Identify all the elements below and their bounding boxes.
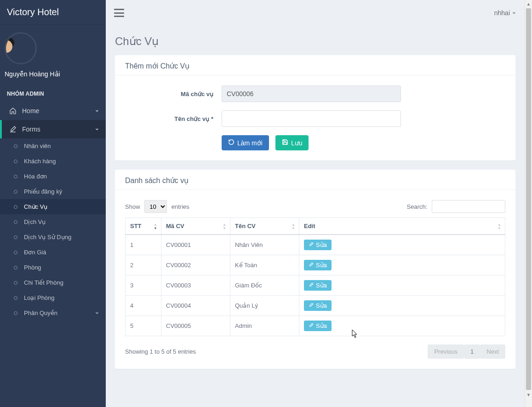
nav-label: Home (22, 107, 39, 115)
sidebar-item-label: Phân Quyền (24, 310, 57, 316)
col-edit[interactable]: Edit (299, 218, 505, 235)
sidebar-item-label: Loại Phòng (24, 294, 55, 301)
user-block: Nguyễn Hoàng Hải (0, 25, 106, 82)
edit-button[interactable]: Sửa (304, 240, 332, 250)
content: Chức Vụ Thêm mới Chức Vụ Mã chức vụ Tên … (106, 26, 525, 387)
scrollbar-vertical[interactable]: ▲ ▼ (525, 0, 532, 407)
panel-form-header: Thêm mới Chức Vụ (115, 55, 515, 75)
save-icon (282, 139, 288, 147)
cell-ten: Admin (230, 316, 299, 336)
sidebar-item-phong[interactable]: Phòng (0, 260, 106, 275)
cell-stt: 1 (126, 235, 161, 255)
pencil-icon (309, 282, 314, 289)
sidebar-item-label: Đơn Giá (24, 249, 46, 256)
sidebar-item-label: Dịch Vụ Sử Dụng (24, 234, 71, 241)
sidebar-item-label: Phiếu đăng ký (24, 188, 62, 195)
user-short-name: nhhai (494, 9, 510, 17)
sidebar-item-label: Nhân viên (24, 143, 51, 149)
cell-stt: 3 (126, 275, 161, 296)
sidebar-item-loai-phong[interactable]: Loại Phòng (0, 290, 106, 305)
brand-title: Victory Hotel (0, 0, 106, 25)
sidebar-item-label: Chi Tiết Phòng (24, 279, 63, 286)
cell-stt: 4 (126, 296, 161, 316)
sidebar-item-nhan-vien[interactable]: Nhân viên (0, 138, 106, 154)
edit-button[interactable]: Sửa (304, 300, 332, 311)
topbar: nhhai (106, 0, 525, 26)
edit-button[interactable]: Sửa (304, 280, 332, 291)
nav-list: Home Forms (0, 102, 106, 138)
reset-label: Làm mới (237, 139, 263, 147)
col-stt[interactable]: STT (126, 218, 161, 235)
table-row: 5 CV00005 Admin Sửa (126, 316, 505, 336)
cell-ma: CV00003 (161, 275, 230, 296)
search-input[interactable] (432, 200, 505, 213)
table-row: 3 CV00003 Giám Đốc Sửa (126, 275, 505, 296)
nav-item-forms[interactable]: Forms (0, 120, 106, 138)
subnav: Nhân viên Khách hàng Hóa đơn Phiếu đăng … (0, 138, 106, 321)
nav-item-home[interactable]: Home (0, 102, 106, 120)
scroll-up-icon[interactable]: ▲ (525, 0, 532, 7)
avatar[interactable] (5, 32, 37, 64)
sidebar-item-phieu-dang-ky[interactable]: Phiếu đăng ký (0, 184, 106, 199)
pager-next[interactable]: Next (480, 344, 505, 359)
sidebar-item-dich-vu-su-dung[interactable]: Dịch Vụ Sử Dụng (0, 229, 106, 245)
undo-icon (228, 139, 235, 147)
sidebar-item-don-gia[interactable]: Đơn Giá (0, 245, 106, 260)
table-row: 2 CV00002 Kế Toán Sửa (126, 255, 505, 275)
cell-ma: CV00004 (161, 296, 230, 316)
sidebar-item-dich-vu[interactable]: Dịch Vụ (0, 214, 106, 229)
code-label: Mã chức vụ (125, 91, 222, 97)
name-label: Tên chức vụ * (125, 115, 222, 122)
code-input (222, 86, 401, 102)
page-size-select[interactable]: 10 (144, 200, 167, 213)
panel-list-header: Danh sách chức vụ (115, 170, 515, 190)
search-label: Search: (407, 203, 428, 210)
data-table: STT Mã CV Tên CV Edit 1 CV00001 Nhân Viê… (125, 218, 505, 336)
sidebar-item-label: Dịch Vụ (24, 218, 46, 225)
sidebar-item-label: Hóa đơn (24, 173, 47, 180)
cell-ten: Quản Lý (230, 296, 299, 316)
user-display-name: Nguyễn Hoàng Hải (5, 70, 101, 78)
sidebar-item-hoa-don[interactable]: Hóa đơn (0, 169, 106, 184)
sidebar-item-khach-hang[interactable]: Khách hàng (0, 154, 106, 169)
edit-button[interactable]: Sửa (304, 321, 332, 331)
pencil-icon (309, 322, 314, 329)
scroll-down-icon[interactable]: ▼ (525, 391, 532, 398)
sort-icon (292, 223, 295, 230)
sidebar-group-header: NHÓM ADMIN (0, 82, 106, 102)
sort-icon (154, 223, 157, 230)
page-size-control: Show 10 entries (125, 200, 189, 213)
menu-toggle-icon[interactable] (114, 9, 124, 17)
cell-ma: CV00005 (161, 316, 230, 336)
cell-stt: 5 (126, 316, 161, 336)
chevron-down-icon (95, 126, 99, 133)
user-menu[interactable]: nhhai (494, 9, 516, 17)
pager-current[interactable]: 1 (464, 344, 480, 359)
cell-ma: CV00002 (161, 255, 230, 275)
sidebar-item-label: Khách hàng (24, 158, 56, 165)
scroll-thumb[interactable] (526, 8, 531, 390)
page-title: Chức Vụ (115, 35, 515, 48)
save-button[interactable]: Lưu (275, 135, 309, 150)
show-label: Show (125, 203, 140, 210)
sidebar-item-label: Phòng (24, 264, 41, 271)
edit-icon (7, 126, 18, 133)
sidebar-item-chuc-vu[interactable]: Chức Vụ (0, 199, 106, 214)
col-ten-cv[interactable]: Tên CV (230, 218, 299, 235)
edit-button[interactable]: Sửa (304, 260, 332, 270)
name-input[interactable] (222, 110, 401, 127)
cell-ma: CV00001 (161, 235, 230, 255)
sort-icon (223, 223, 226, 230)
pencil-icon (309, 241, 314, 248)
cell-ten: Giám Đốc (230, 275, 299, 296)
save-label: Lưu (291, 139, 303, 147)
col-ma-cv[interactable]: Mã CV (161, 218, 230, 235)
panel-list: Danh sách chức vụ Show 10 entries Search… (115, 170, 515, 369)
sidebar-item-label: Chức Vụ (24, 203, 47, 210)
sidebar-item-chi-tiet-phong[interactable]: Chi Tiết Phòng (0, 275, 106, 290)
reset-button[interactable]: Làm mới (222, 135, 269, 150)
sidebar-item-phan-quyen[interactable]: Phân Quyền (0, 305, 106, 321)
cell-ten: Kế Toán (230, 255, 299, 275)
pager-prev[interactable]: Previous (428, 344, 464, 359)
pager: Previous 1 Next (428, 344, 505, 359)
